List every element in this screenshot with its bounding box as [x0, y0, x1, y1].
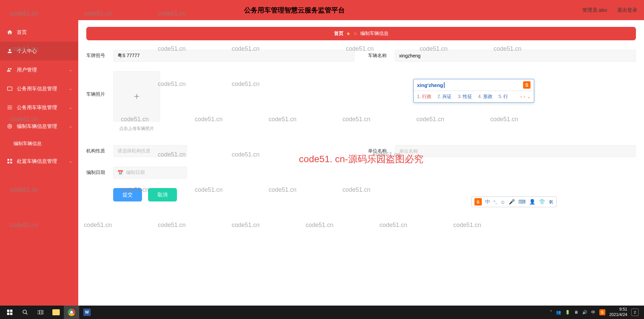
cancel-button[interactable]: 取消 — [148, 188, 177, 201]
logout-link[interactable]: 退出登录 — [617, 7, 637, 13]
nav-home[interactable]: 首页 — [0, 23, 78, 42]
photo-label: 车辆照片 — [86, 71, 113, 97]
nav-dispose-vehicle[interactable]: 处置车辆信息管理 ⌄ — [0, 152, 78, 171]
svg-rect-4 — [10, 159, 12, 161]
nav-approval[interactable]: 公务用车审批管理 ⌄ — [0, 98, 78, 117]
ime-nav[interactable]: ‹›⌄ — [520, 94, 531, 99]
date-picker[interactable]: 📅 编制日期 — [113, 167, 187, 179]
sidebar: 首页 个人中心 用户管理 ⌄ 公务用车信息管理 ⌄ 公务用车审批管理 ⌄ 编制车… — [0, 20, 78, 306]
select-placeholder: 请选择机构性质 — [118, 148, 150, 154]
ime-candidate[interactable]: 1.行政 — [417, 94, 431, 100]
nav-label: 编制车辆信息管理 — [17, 123, 57, 130]
chevron-down-icon: ⌄ — [69, 86, 72, 91]
ime-toolbox-icon[interactable]: 🛠 — [549, 199, 554, 205]
ime-keyboard-icon[interactable]: ⌨ — [518, 199, 526, 205]
breadcrumb: 首页 ★ ☆ 编制车辆信息 — [86, 27, 636, 40]
orgtype-label: 机构性质 — [86, 148, 113, 154]
ime-emoji-icon[interactable]: ☺ — [500, 199, 505, 205]
orgtype-select[interactable]: 请选择机构性质 — [113, 145, 187, 157]
main-content: 首页 ★ ☆ 编制车辆信息 车牌照号 车辆名称 车辆照片 + 点击上传车辆照片 — [78, 20, 644, 306]
submit-button[interactable]: 提交 — [113, 188, 142, 201]
home-icon — [7, 29, 13, 35]
ime-toolbar[interactable]: S 中 °, ☺ 🎤 ⌨ 👤 👕 🛠 — [471, 196, 557, 207]
list-icon — [7, 104, 13, 110]
nav-compile-vehicle[interactable]: 编制车辆信息管理 ⌄ — [0, 117, 78, 136]
nav-label: 公务用车信息管理 — [17, 86, 57, 92]
ime-candidate[interactable]: 5.行 — [499, 94, 508, 100]
ime-pinyin: xing'zheng — [417, 82, 445, 88]
app-header: 公务用车管理智慧云服务监管平台 管理员 abo 退出登录 — [0, 0, 644, 20]
photo-hint: 点击上传车辆照片 — [113, 126, 160, 132]
ime-candidates: 1.行政 2.兴证 3.性征 4.形政 5.行 ‹›⌄ — [414, 91, 534, 102]
ime-popup: xing'zheng S 1.行政 2.兴证 3.性征 4.形政 5.行 ‹›⌄ — [413, 79, 534, 103]
sogou-icon: S — [474, 198, 482, 206]
ime-punct-icon[interactable]: °, — [494, 199, 497, 205]
chevron-down-icon: ⌄ — [69, 67, 72, 72]
chevron-down-icon[interactable]: ⌄ — [527, 94, 531, 99]
user-icon — [7, 48, 13, 54]
ime-person-icon[interactable]: 👤 — [529, 199, 536, 205]
svg-rect-5 — [7, 162, 9, 164]
svg-rect-6 — [10, 162, 12, 164]
ime-candidate[interactable]: 2.兴证 — [438, 94, 452, 100]
svg-rect-3 — [7, 159, 9, 161]
vehicle-name-input[interactable] — [395, 50, 636, 62]
ime-candidate[interactable]: 3.性征 — [458, 94, 472, 100]
unitname-label: 单位名称 — [368, 148, 395, 154]
chevron-down-icon: ⌄ — [69, 105, 72, 110]
header-right: 管理员 abo 退出登录 — [582, 7, 637, 13]
ime-voice-icon[interactable]: 🎤 — [509, 199, 515, 205]
breadcrumb-home[interactable]: 首页 — [334, 31, 343, 37]
date-placeholder: 编制日期 — [126, 170, 145, 176]
app-title: 公务用车管理智慧云服务监管平台 — [7, 6, 582, 15]
users-icon — [7, 67, 13, 73]
svg-point-2 — [9, 126, 11, 127]
star-icon: ☆ — [353, 31, 358, 36]
svg-rect-0 — [7, 87, 12, 91]
breadcrumb-current: 编制车辆信息 — [360, 31, 388, 37]
nav-label: 首页 — [17, 29, 27, 36]
nav-sub-compile-info[interactable]: 编制车辆信息 — [0, 136, 78, 152]
plate-label: 车牌照号 — [86, 53, 113, 59]
chevron-down-icon: ⌄ — [69, 159, 72, 164]
ime-candidate[interactable]: 4.形政 — [478, 94, 493, 100]
grid-icon — [7, 158, 13, 164]
svg-point-1 — [8, 124, 12, 128]
user-label[interactable]: 管理员 abo — [582, 7, 607, 13]
plate-input[interactable] — [113, 50, 355, 62]
nav-label: 个人中心 — [17, 48, 37, 54]
nav-vehicle-info[interactable]: 公务用车信息管理 ⌄ — [0, 79, 78, 98]
date-label: 编制日期 — [86, 170, 113, 176]
nav-profile[interactable]: 个人中心 — [0, 42, 78, 60]
chevron-left-icon[interactable]: ‹ — [520, 94, 522, 99]
nav-sub-label: 编制车辆信息 — [13, 141, 42, 147]
sogou-icon: S — [523, 81, 531, 89]
star-icon: ★ — [346, 31, 351, 36]
ime-mode[interactable]: 中 — [485, 199, 490, 205]
ime-skin-icon[interactable]: 👕 — [539, 199, 545, 205]
nav-users[interactable]: 用户管理 ⌄ — [0, 60, 78, 79]
nav-label: 处置车辆信息管理 — [17, 158, 57, 165]
chevron-down-icon: ⌄ — [69, 124, 72, 129]
plus-icon: + — [134, 91, 139, 102]
target-icon — [7, 123, 13, 129]
vehicle-name-label: 车辆名称 — [368, 53, 395, 59]
chevron-right-icon[interactable]: › — [524, 94, 525, 99]
photo-upload[interactable]: + — [113, 71, 160, 122]
nav-label: 公务用车审批管理 — [17, 104, 57, 111]
nav-label: 用户管理 — [17, 67, 37, 73]
calendar-icon: 📅 — [118, 170, 123, 175]
car-icon — [7, 86, 13, 92]
unitname-input[interactable] — [395, 145, 636, 157]
